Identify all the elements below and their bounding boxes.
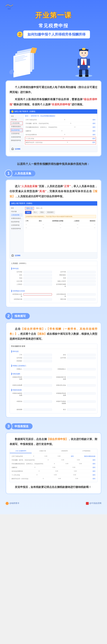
svg-rect-4 — [85, 70, 88, 76]
screenshot-step2: 劳务报酬所得 新增 基本信息 工号 证件类型 所得项目 姓名 证件号码 本期收入… — [10, 344, 97, 413]
footer: @锦绣青羊 @中国政府网 — [0, 500, 107, 505]
step-number: 2 — [5, 312, 12, 320]
tab-domestic: 境内人员 — [25, 207, 34, 210]
avatar-icon — [5, 502, 9, 505]
step-number: 3 — [5, 422, 12, 430]
svg-rect-3 — [79, 70, 82, 76]
document-stack-icon — [12, 45, 40, 79]
hero-illustration — [0, 40, 107, 80]
step-1-header: 1 人员信息采集 — [5, 170, 102, 176]
subtitle-big: 常见税费申报 — [0, 22, 107, 29]
step-label: 人员信息采集 — [11, 170, 35, 176]
subtitle-of-badge: 之 — [17, 32, 23, 37]
footer-right: @中国政府网 — [86, 502, 102, 505]
screenshot-step1a: 自然人电子税务局（扣缴端） 首页 代扣代缴 人员信息采集 专项附加扣除信息采集 … — [10, 201, 97, 259]
step-3-card: 数据填写无误后，点击左侧【综合所得申报】，依次进行税款计算、附表填写、申报表报送… — [5, 432, 102, 494]
shot-main: 首页 》【2022年7月 - 综合所得预扣预缴表】 正常工资薪金所得0填写 劳务… — [24, 114, 97, 146]
footer-left: @锦绣青羊 — [5, 502, 19, 505]
headset-icon: 🎧 — [11, 148, 14, 150]
tab-overseas: 境外人员 — [35, 207, 44, 210]
emblem-icon — [11, 110, 13, 112]
intro-card: 个人所得税扣缴申报可通过自然人电子税务局扣缴端（部分企业可通过网页端）进行操作。… — [5, 80, 102, 156]
svg-point-11 — [85, 52, 86, 54]
add-button-highlight: 添加 — [25, 211, 31, 214]
step-3-header: 3 申报表报送 — [5, 423, 102, 429]
lead-text: 以居民个人一般劳务报酬所得扣缴申报具体操作流程为例： — [5, 162, 102, 166]
step3-text: 数据填写无误后，点击左侧【综合所得申报】，依次进行税款计算、附表填写、申报表报送… — [10, 437, 97, 447]
svg-point-14 — [78, 66, 80, 68]
svg-point-9 — [82, 48, 86, 50]
svg-rect-13 — [88, 59, 90, 66]
subtitle-line: 如何扣缴申报个人所得税劳务报酬所得 — [23, 30, 90, 38]
headset-icon: 🎧 — [11, 254, 14, 256]
screenshot-step1b: 人员信息（A00001） 基本信息 证件类型 姓名 性别 出生日期 人员状态 证… — [10, 261, 97, 303]
svg-rect-12 — [78, 59, 80, 66]
shot-hotline: 🎧 12366 — [10, 146, 97, 152]
screenshot-overview: 自然人电子税务局（扣缴端） 首页 代扣代缴 人员信息采集 专项附加扣除信息采集 … — [10, 109, 97, 152]
svg-point-0 — [75, 74, 92, 77]
step2-text: 点击【综合所得申报】-【劳务报酬（一般劳务、其他非连续劳务）】，然后逐个点击【添… — [10, 326, 97, 342]
tax-logo: 税务 — [3, 3, 15, 11]
svg-point-10 — [82, 52, 83, 54]
logo-text: 税务 — [8, 8, 11, 10]
step-2-card: 点击【综合所得申报】-【劳务报酬（一般劳务、其他非连续劳务）】，然后逐个点击【添… — [5, 322, 102, 418]
step-2-header: 2 报表填写 — [5, 313, 102, 319]
shot-titlebar: 自然人电子税务局（扣缴端） — [10, 109, 97, 114]
main-title: 开业第一课 — [32, 9, 75, 21]
step1-text: 进入“人员信息采集”页面，人员状态选择“正常”，录入人员基本信息，任职受雇从业类… — [10, 184, 97, 199]
gov-emblem-icon — [86, 502, 89, 505]
infographic-page: 税务 开业第一课 常见税费申报 之 如何扣缴申报个人所得税劳务报酬所得 — [0, 0, 107, 514]
shot-sidebar: 首页 代扣代缴 人员信息采集 专项附加扣除信息采集 综合所得申报 分类所得申报 … — [10, 114, 24, 146]
intro-p2: 对居民个人取得的劳务报酬所得属于综合所得，需要选择“综合所得申报”模块进行填报。… — [10, 97, 97, 107]
step-1-card: 进入“人员信息采集”页面，人员状态选择“正常”，录入人员基本信息，任职受雇从业类… — [5, 180, 102, 308]
svg-point-6 — [85, 75, 89, 77]
tax-officer-illustration — [71, 43, 96, 77]
step-label: 申报表报送 — [11, 423, 33, 429]
screenshot-step3: 1.收入及减除填写 2.税款计算 3.附表填写 4.申报表报送 正常工资薪金所得… — [10, 449, 97, 482]
title-block: 开业第一课 常见税费申报 之 如何扣缴申报个人所得税劳务报酬所得 — [0, 0, 107, 38]
step-label: 报表填写 — [11, 313, 30, 319]
svg-point-5 — [79, 75, 83, 77]
svg-point-15 — [88, 66, 90, 68]
step3-tail: 发送申报后，如有税款要记得点击左侧税款缴纳进行缴纳税款哦！ — [10, 484, 97, 490]
intro-p1: 个人所得税扣缴申报可通过自然人电子税务局扣缴端（部分企业可通过网页端）进行操作。 — [10, 85, 97, 95]
logo-mark — [5, 3, 13, 8]
step-number: 1 — [5, 170, 12, 177]
